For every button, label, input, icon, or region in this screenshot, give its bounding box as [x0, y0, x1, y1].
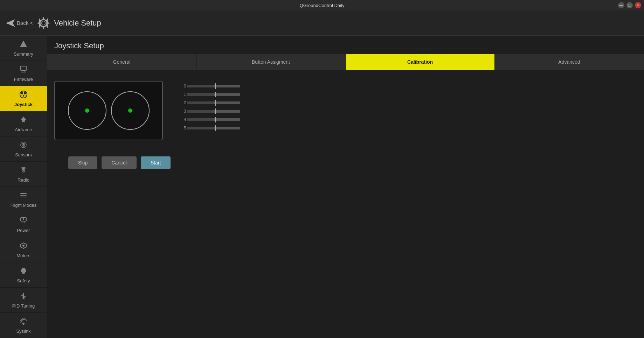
- sidebar-label-radio: Radio: [18, 177, 29, 183]
- cancel-button[interactable]: Cancel: [102, 156, 137, 169]
- sensors-icon: [19, 141, 28, 150]
- pid-tuning-icon: [19, 292, 28, 302]
- back-button[interactable]: Back <: [6, 18, 33, 28]
- sidebar: Summary Firmware Joystick: [0, 36, 47, 338]
- axis-bar-3: [187, 109, 243, 114]
- sidebar-label-joystick: Joystick: [14, 102, 33, 107]
- svg-point-31: [23, 293, 24, 295]
- skip-button[interactable]: Skip: [68, 156, 97, 169]
- axis-bar-5: [187, 126, 243, 131]
- joystick-display-container: Skip Cancel Start: [54, 81, 171, 169]
- axis-bar-1: [187, 92, 243, 97]
- main-layout: Summary Firmware Joystick: [0, 36, 644, 338]
- calibration-content: Skip Cancel Start 0 1: [47, 70, 644, 179]
- axis-bar-0: [187, 84, 243, 89]
- axis-row-1: 1: [181, 91, 243, 98]
- svg-point-33: [24, 296, 26, 297]
- tab-calibration[interactable]: Calibration: [346, 54, 495, 70]
- axis-row-5: 5: [181, 124, 243, 132]
- sidebar-item-airframe[interactable]: Airframe: [0, 111, 47, 136]
- tab-general[interactable]: General: [47, 54, 196, 70]
- svg-point-34: [22, 323, 25, 325]
- sidebar-item-firmware[interactable]: Firmware: [0, 61, 47, 86]
- axis-indicators: 0 1 2: [181, 81, 243, 132]
- svg-point-10: [21, 92, 23, 94]
- summary-icon: [19, 40, 28, 50]
- back-icon: [6, 18, 15, 28]
- safety-icon: [19, 267, 28, 276]
- axis-row-4: 4: [181, 116, 243, 124]
- svg-point-25: [22, 245, 25, 247]
- svg-rect-19: [20, 195, 27, 196]
- syslink-icon: [19, 317, 28, 327]
- axis-bar-4: [187, 117, 243, 122]
- sidebar-item-pid-tuning[interactable]: PID Tuning: [0, 288, 47, 313]
- joystick-icon: [19, 90, 28, 100]
- sidebar-item-motors[interactable]: Motors: [0, 237, 47, 262]
- joystick-display: [54, 81, 163, 140]
- sidebar-label-flight-modes: Flight Modes: [11, 203, 36, 208]
- tab-button-assignment[interactable]: Button Assigment: [196, 54, 346, 70]
- axis-bar-2: [187, 100, 243, 105]
- tab-advanced[interactable]: Advanced: [495, 54, 644, 70]
- sidebar-item-radio[interactable]: Radio: [0, 162, 47, 187]
- svg-rect-5: [21, 66, 26, 70]
- sidebar-label-summary: Summary: [14, 51, 33, 57]
- svg-marker-0: [6, 20, 15, 27]
- left-joystick-dot: [85, 108, 89, 113]
- title-bar: QGroundControl Daily — ❐ ✕: [0, 0, 644, 10]
- page-header-title: Vehicle Setup: [54, 19, 101, 28]
- svg-point-11: [24, 92, 26, 94]
- sidebar-item-summary[interactable]: Summary: [0, 36, 47, 61]
- back-label: Back <: [17, 20, 33, 26]
- axis-row-3: 3: [181, 107, 243, 115]
- motors-icon: [19, 241, 28, 251]
- page-title: Joystick Setup: [47, 36, 644, 54]
- svg-rect-27: [21, 269, 26, 272]
- sidebar-label-motors: Motors: [16, 253, 30, 258]
- flight-modes-icon: [19, 191, 28, 201]
- axis-label-0: 0: [181, 84, 186, 89]
- svg-rect-18: [20, 193, 27, 194]
- sidebar-label-pid-tuning: PID Tuning: [12, 303, 35, 309]
- sidebar-item-safety[interactable]: Safety: [0, 262, 47, 288]
- radio-icon: [19, 166, 28, 176]
- axis-label-5: 5: [181, 126, 186, 131]
- button-row: Skip Cancel Start: [68, 156, 171, 169]
- power-icon: [19, 216, 28, 226]
- content-area: Joystick Setup General Button Assigment …: [47, 36, 644, 338]
- sidebar-item-sensors[interactable]: Sensors: [0, 136, 47, 162]
- sidebar-item-flight-modes[interactable]: Flight Modes: [0, 187, 47, 212]
- window-controls: — ❐ ✕: [618, 2, 641, 8]
- close-button[interactable]: ✕: [635, 2, 641, 8]
- svg-point-12: [23, 95, 24, 97]
- header: Back < Vehicle Setup: [0, 10, 644, 36]
- restore-button[interactable]: ❐: [626, 2, 633, 8]
- svg-point-32: [21, 295, 23, 296]
- sidebar-label-safety: Safety: [17, 278, 30, 283]
- sidebar-item-syslink[interactable]: Syslink: [0, 313, 47, 338]
- sidebar-label-firmware: Firmware: [14, 77, 33, 82]
- tabs-container: General Button Assigment Calibration Adv…: [47, 54, 644, 70]
- axis-row-0: 0: [181, 82, 243, 90]
- svg-marker-4: [20, 41, 27, 47]
- airframe-icon: [19, 115, 28, 125]
- sidebar-label-airframe: Airframe: [15, 127, 32, 132]
- vehicle-setup-icon: [37, 17, 50, 29]
- firmware-icon: [19, 65, 28, 75]
- sidebar-item-power[interactable]: Power: [0, 212, 47, 237]
- svg-point-3: [42, 21, 45, 25]
- axis-label-3: 3: [181, 109, 186, 114]
- window-title: QGroundControl Daily: [300, 3, 345, 8]
- right-joystick-dot: [128, 108, 132, 113]
- minimize-button[interactable]: —: [618, 2, 624, 8]
- sidebar-label-power: Power: [17, 228, 30, 233]
- svg-point-17: [23, 170, 24, 171]
- axis-row-2: 2: [181, 99, 243, 107]
- svg-point-15: [23, 144, 24, 146]
- axis-label-1: 1: [181, 92, 186, 97]
- start-button[interactable]: Start: [141, 156, 171, 169]
- axis-label-4: 4: [181, 117, 186, 122]
- sidebar-item-joystick[interactable]: Joystick: [0, 86, 47, 111]
- axis-label-2: 2: [181, 100, 186, 105]
